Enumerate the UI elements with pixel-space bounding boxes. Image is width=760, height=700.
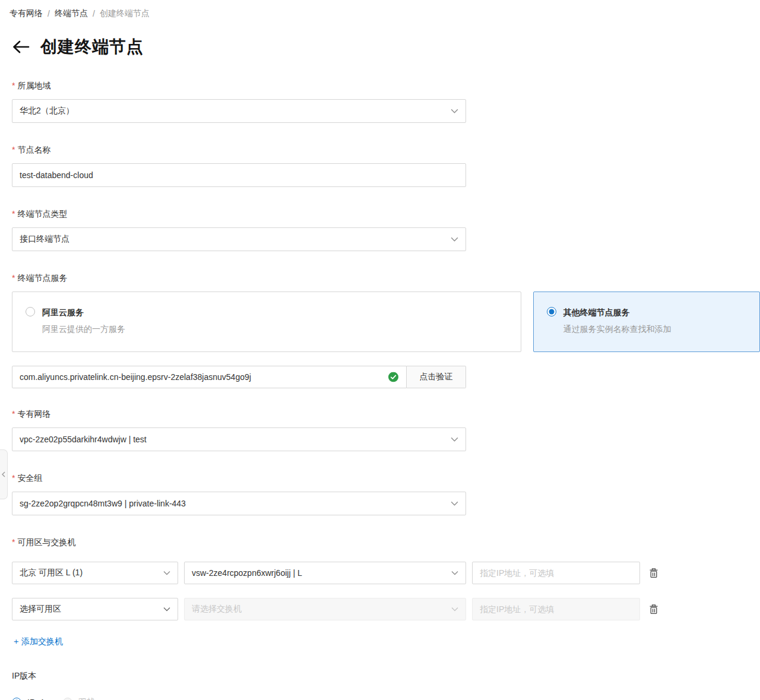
page-header: 创建终端节点 [12, 36, 760, 58]
region-select-value: 华北2（北京） [20, 106, 74, 116]
region-label: 所属地域 [17, 81, 50, 91]
vpc-label: 专有网络 [17, 409, 50, 420]
endpoint-service-label: 终端节点服务 [17, 273, 67, 284]
region-select[interactable]: 华北2（北京） [12, 99, 466, 123]
dual-stack-label: 双栈 [78, 697, 95, 700]
radio-unselected-icon[interactable] [26, 307, 35, 316]
zone-select-2-placeholder: 选择可用区 [20, 604, 61, 615]
delete-row-button[interactable] [647, 602, 661, 616]
service-card-other-title: 其他终端节点服务 [563, 307, 672, 318]
page-title: 创建终端节点 [40, 36, 144, 58]
breadcrumb-current: 创建终端节点 [100, 8, 150, 19]
back-arrow-icon[interactable] [12, 39, 30, 55]
chevron-down-icon [163, 605, 171, 613]
vpc-label-row: * 专有网络 [12, 409, 760, 420]
breadcrumb-separator: / [48, 9, 50, 18]
node-name-label-row: * 节点名称 [12, 145, 760, 156]
vswitch-select-value: vsw-2ze4rcpozpn6xwrj6oijj | L [192, 568, 302, 578]
zones-label: 可用区与交换机 [17, 537, 75, 548]
chevron-down-icon [451, 569, 459, 577]
service-name-input-wrap [12, 366, 407, 388]
required-marker: * [12, 409, 15, 419]
service-card-aliyun[interactable]: 阿里云服务 阿里云提供的一方服务 [12, 292, 521, 352]
required-marker: * [12, 209, 15, 219]
zones-label-row: * 可用区与交换机 [12, 537, 760, 548]
chevron-down-icon [450, 107, 459, 116]
required-marker: * [12, 273, 15, 283]
region-label-row: * 所属地域 [12, 81, 760, 91]
breadcrumb: 专有网络 / 终端节点 / 创建终端节点 [0, 0, 760, 19]
radio-selected-icon[interactable] [547, 307, 556, 316]
verify-button[interactable]: 点击验证 [407, 366, 466, 388]
zone-row-2: 选择可用区 请选择交换机 [12, 598, 760, 620]
chevron-left-icon [1, 471, 6, 477]
field-node-name: * 节点名称 [12, 145, 760, 187]
service-card-aliyun-title: 阿里云服务 [42, 307, 125, 318]
zone-select-2[interactable]: 选择可用区 [12, 598, 178, 620]
endpoint-service-label-row: * 终端节点服务 [12, 273, 760, 284]
required-marker: * [12, 145, 15, 155]
add-vswitch-label: 添加交换机 [21, 636, 63, 647]
required-marker: * [12, 81, 15, 91]
endpoint-type-select-value: 接口终端节点 [20, 234, 69, 245]
ip-version-option-dual-stack: 双栈 [63, 697, 95, 700]
ip-address-input[interactable] [472, 562, 640, 584]
required-marker: * [12, 537, 15, 547]
chevron-down-icon [163, 569, 171, 577]
field-endpoint-service: * 终端节点服务 阿里云服务 阿里云提供的一方服务 其他终端节点服务 通过服务实… [12, 273, 760, 388]
field-ip-version: IP版本 IPv4 双栈 [12, 671, 760, 700]
plus-icon: ＋ [12, 636, 20, 647]
vswitch-select[interactable]: vsw-2ze4rcpozpn6xwrj6oijj | L [184, 562, 466, 584]
service-card-other-desc: 通过服务实例名称查找和添加 [563, 324, 672, 335]
security-group-label-row: * 安全组 [12, 473, 760, 484]
chevron-down-icon [451, 605, 459, 613]
field-zones: * 可用区与交换机 北京 可用区 L (1) vsw-2ze4rcpozpn6x… [12, 537, 760, 647]
vswitch-select-2-placeholder: 请选择交换机 [192, 604, 242, 615]
delete-row-button[interactable] [647, 566, 661, 580]
zone-select-value: 北京 可用区 L (1) [20, 568, 83, 578]
ipv4-label: IPv4 [27, 698, 44, 700]
create-endpoint-form: * 所属地域 华北2（北京） * 节点名称 * 终端节点类型 [12, 81, 760, 700]
chevron-down-icon [450, 435, 459, 444]
vswitch-select-2-disabled: 请选择交换机 [184, 598, 466, 620]
breadcrumb-vpc[interactable]: 专有网络 [10, 8, 43, 19]
vpc-select-value: vpc-2ze02p55darkihr4wdwjw | test [20, 435, 147, 444]
security-group-select[interactable]: sg-2ze2op2grqpcn48mt3w9 | private-link-4… [12, 492, 466, 515]
ip-version-option-ipv4[interactable]: IPv4 [12, 698, 44, 700]
radio-disabled-icon [63, 698, 72, 700]
service-card-aliyun-texts: 阿里云服务 阿里云提供的一方服务 [42, 307, 125, 351]
field-region: * 所属地域 华北2（北京） [12, 81, 760, 123]
breadcrumb-separator: / [93, 9, 95, 18]
endpoint-type-select[interactable]: 接口终端节点 [12, 227, 466, 251]
field-vpc: * 专有网络 vpc-2ze02p55darkihr4wdwjw | test [12, 409, 760, 451]
security-group-select-value: sg-2ze2op2grqpcn48mt3w9 | private-link-4… [20, 499, 186, 508]
ip-version-radios: IPv4 双栈 [12, 697, 760, 700]
service-card-other-texts: 其他终端节点服务 通过服务实例名称查找和添加 [563, 307, 672, 351]
endpoint-type-label-row: * 终端节点类型 [12, 209, 760, 220]
endpoint-type-label: 终端节点类型 [17, 209, 67, 220]
service-card-aliyun-desc: 阿里云提供的一方服务 [42, 324, 125, 335]
vpc-select[interactable]: vpc-2ze02p55darkihr4wdwjw | test [12, 427, 466, 451]
radio-selected-icon[interactable] [12, 698, 21, 700]
ip-version-label: IP版本 [12, 671, 760, 682]
zone-row-1: 北京 可用区 L (1) vsw-2ze4rcpozpn6xwrj6oijj |… [12, 562, 760, 584]
success-check-icon [388, 372, 398, 382]
zone-select[interactable]: 北京 可用区 L (1) [12, 562, 178, 584]
chevron-down-icon [450, 235, 459, 244]
breadcrumb-endpoints[interactable]: 终端节点 [55, 8, 88, 19]
service-name-input[interactable] [12, 366, 407, 388]
required-marker: * [12, 473, 15, 483]
create-endpoint-page: 专有网络 / 终端节点 / 创建终端节点 创建终端节点 * 所属地域 华北2（北… [0, 0, 760, 700]
side-panel-toggle-handle[interactable] [0, 449, 8, 499]
add-vswitch-link[interactable]: ＋添加交换机 [12, 636, 63, 647]
node-name-input[interactable] [12, 163, 466, 187]
ip-address-input-2-disabled [472, 598, 640, 620]
chevron-down-icon [450, 499, 459, 508]
service-option-cards: 阿里云服务 阿里云提供的一方服务 其他终端节点服务 通过服务实例名称查找和添加 [12, 292, 760, 352]
field-endpoint-type: * 终端节点类型 接口终端节点 [12, 209, 760, 251]
security-group-label: 安全组 [17, 473, 42, 484]
service-name-group: 点击验证 [12, 366, 466, 388]
service-card-other[interactable]: 其他终端节点服务 通过服务实例名称查找和添加 [533, 292, 760, 352]
node-name-label: 节点名称 [17, 145, 50, 156]
field-security-group: * 安全组 sg-2ze2op2grqpcn48mt3w9 | private-… [12, 473, 760, 515]
